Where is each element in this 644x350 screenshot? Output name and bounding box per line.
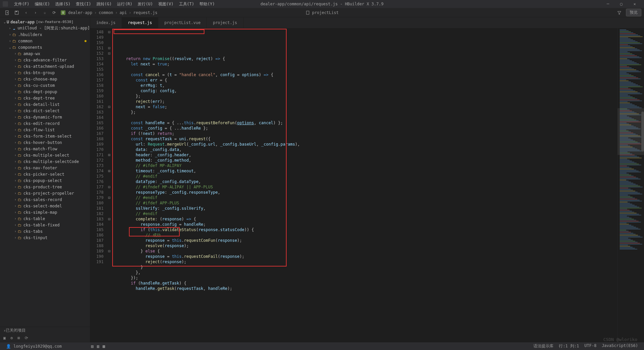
sidebar-folder[interactable]: ›🗀cks-choose-map [0, 76, 90, 82]
new-file-icon[interactable] [3, 9, 12, 17]
modified-dot-icon [85, 40, 87, 42]
sidebar-folder[interactable]: ›🗀cks-table [0, 215, 90, 222]
encoding[interactable]: UTF-8 [582, 343, 599, 349]
nav-forward-icon[interactable]: › [31, 9, 40, 17]
chevron-right-icon: › [13, 64, 17, 68]
nav-back-icon[interactable]: ‹ [21, 9, 31, 17]
sidebar-folder[interactable]: ›🗀cks-dict-select [0, 108, 90, 114]
minimize-button[interactable]: ─ [601, 0, 615, 8]
window-title: dealer-app/common/api/request.js - HBuil… [261, 2, 383, 6]
sidebar-folder[interactable]: ›🗀cks-dynamic-form [0, 114, 90, 120]
sidebar-folder[interactable]: ›🗀cks-multiple-select [0, 152, 90, 158]
tree-label: amap-wx [23, 51, 40, 56]
grid-icon[interactable]: ⊞ [17, 336, 20, 340]
close-button[interactable]: ✕ [628, 0, 641, 8]
project-list-label[interactable]: projectList [312, 10, 338, 15]
sidebar-item-common[interactable]: › 🗀 common [0, 38, 90, 44]
line-column[interactable]: 行:1 列:1 [556, 343, 582, 349]
sidebar-item-hbuilderx[interactable]: › 🗀 .hbuilderx [0, 31, 90, 38]
editor-tab[interactable]: project.js [207, 17, 243, 28]
code-container: 1481491501511521531541551561571581591601… [90, 28, 644, 342]
minimap-viewport[interactable] [618, 108, 644, 155]
sidebar-folder[interactable]: ›🗀cks-dept-popup [0, 89, 90, 95]
breadcrumb-part[interactable]: api [118, 10, 128, 15]
project-icon: U [7, 20, 9, 24]
breadcrumb-part[interactable]: common [97, 10, 114, 15]
maximize-button[interactable]: ▢ [615, 0, 628, 8]
filter-icon[interactable] [615, 9, 624, 17]
code-editor[interactable]: return new Promise((resolve, reject) => … [112, 28, 617, 342]
preview-button[interactable]: 预览 [626, 9, 641, 16]
menu-item[interactable]: 帮助(Y) [197, 1, 217, 7]
tree-label: cks-btn-group [23, 70, 55, 75]
sidebar-folder[interactable]: ›🗀amap-wx [0, 50, 90, 57]
user-account[interactable]: 👤 longfeiyu1029@qq.com [3, 344, 64, 349]
sidebar-item-components[interactable]: ⌄ 🗀 components [0, 44, 90, 50]
scrollbar-thumb[interactable] [641, 112, 644, 152]
folder-icon: 🗀 [12, 32, 17, 37]
sync-icon[interactable]: ⟳ [25, 336, 28, 340]
sidebar-folder[interactable]: ›🗀cks-advance-filter [0, 57, 90, 63]
panel-icon[interactable]: ▥ [97, 344, 99, 349]
sidebar-folder[interactable]: ›🗀cks-hover-button [0, 139, 90, 146]
minimap[interactable] [617, 28, 644, 342]
folder-icon: 🗀 [17, 96, 22, 101]
menu-item[interactable]: 选择(S) [52, 1, 73, 7]
editor-tab[interactable]: projectList.vue [158, 17, 207, 28]
sidebar-folder[interactable]: ›🗀cks-match-flow [0, 146, 90, 152]
sidebar-item-unicloud[interactable]: › ☁ uniCloud - [阿里云:shunzhi-app] [0, 25, 90, 31]
star-icon[interactable]: ☆ [40, 9, 49, 17]
save-icon[interactable] [12, 9, 21, 17]
sidebar-folder[interactable]: ›🗀cks-product-tree [0, 184, 90, 190]
terminal-icon[interactable]: ▣ [3, 336, 6, 340]
editor-tab[interactable]: request.js [122, 17, 158, 28]
refresh-icon[interactable]: ⟳ [49, 9, 59, 17]
menu-item[interactable]: 跳转(G) [94, 1, 115, 7]
menu-item[interactable]: 工具(T) [176, 1, 197, 7]
sidebar-folder[interactable]: ›🗀cks-popup-select [0, 177, 90, 184]
panel-icon[interactable]: ▦ [103, 344, 105, 349]
menu-item[interactable]: 编辑(E) [32, 1, 53, 7]
panel-icon[interactable]: ▤ [91, 344, 94, 349]
sidebar-folder[interactable]: ›🗀cks-tinput [0, 234, 90, 241]
sidebar-folder[interactable]: ›🗀cks-project-propeller [0, 190, 90, 196]
sidebar-folder[interactable]: ›🗀cks-detail-list [0, 101, 90, 108]
sidebar-folder[interactable]: ›🗀cks-simple-map [0, 209, 90, 215]
tree-label: cks-project-propeller [23, 191, 74, 196]
language-mode[interactable]: JavaScript(ES6) [599, 343, 641, 349]
sidebar-folder[interactable]: ›🗀cks-attachment-upload [0, 63, 90, 69]
sidebar-folder[interactable]: ›🗀cks-multiple-selectCode [0, 158, 90, 165]
sidebar-folder[interactable]: ›🗀cks-select-model [0, 203, 90, 209]
sidebar-folder[interactable]: ›🗀cks-cu-custom [0, 82, 90, 89]
chevron-right-icon: › [13, 77, 17, 81]
sidebar-folder[interactable]: ›🗀cks-edit-record [0, 120, 90, 127]
editor-tab[interactable]: index.js [90, 17, 122, 28]
menu-item[interactable]: 文件(F) [11, 1, 32, 7]
breadcrumb-part[interactable]: request.js [132, 10, 159, 15]
sidebar-folder[interactable]: ›🗀cks-nav-footer [0, 165, 90, 171]
menu-item[interactable]: 查找(I) [73, 1, 94, 7]
sidebar-folder[interactable]: ›🗀cks-table-fixed [0, 222, 90, 228]
tree-label: cks-flow-list [23, 128, 55, 132]
project-root[interactable]: ⌄ U dealer-app [cw-feature-0530] [0, 19, 90, 25]
project-name: dealer-app [10, 20, 34, 24]
tree-label: cks-match-flow [23, 147, 57, 151]
menu-item[interactable]: 视图(V) [156, 1, 176, 7]
sidebar-folder[interactable]: ›🗀cks-tabs [0, 228, 90, 234]
tree-label: cks-table [23, 216, 45, 221]
syntax-library[interactable]: 语法提示库 [531, 343, 556, 349]
sidebar-folder[interactable]: ›🗀cks-btn-group [0, 69, 90, 76]
menu-item[interactable]: 运行(R) [114, 1, 135, 7]
breadcrumb-root[interactable]: dealer-app [67, 10, 94, 15]
sidebar-folder[interactable]: ›🗀cks-dept-tree [0, 95, 90, 101]
menu-item[interactable]: 发行(U) [135, 1, 156, 7]
sidebar-folder[interactable]: ›🗀cks-form-item-select [0, 133, 90, 139]
sidebar-folder[interactable]: ›🗀cks-sales-record [0, 196, 90, 203]
closed-projects-label: 已关闭项目 [6, 328, 26, 333]
sidebar-folder[interactable]: ›🗀cks-flow-list [0, 127, 90, 133]
settings-icon[interactable]: ⚙ [10, 336, 13, 340]
sidebar-folder[interactable]: ›🗀cks-picker-select [0, 171, 90, 177]
tree-label: cks-multiple-selectCode [23, 159, 79, 164]
chevron-right-icon: › [13, 141, 17, 144]
closed-projects-row[interactable]: › 已关闭项目 [0, 327, 90, 334]
